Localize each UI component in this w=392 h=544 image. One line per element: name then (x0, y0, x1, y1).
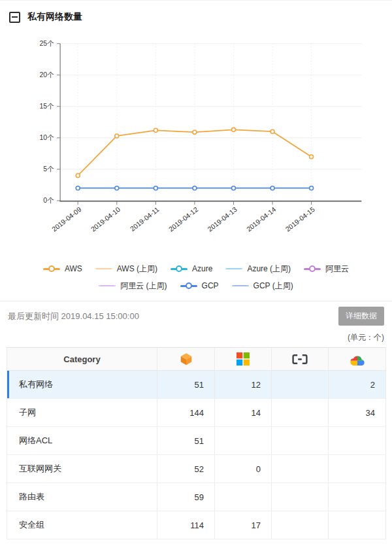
legend-row: AWSAWS (上周)AzureAzure (上周)阿里云 (0, 260, 392, 277)
legend-row: 阿里云 (上周)GCPGCP (上周) (0, 277, 392, 294)
legend-item-0[interactable]: AWS (43, 264, 82, 273)
legend-label: Azure (上周) (247, 264, 291, 275)
row-value (272, 483, 329, 511)
svg-text:2019-04-12: 2019-04-12 (167, 206, 199, 233)
row-category: 互联网网关 (7, 455, 157, 483)
legend-marker-line-icon (180, 281, 197, 290)
google-cloud-icon (329, 348, 385, 369)
row-value (329, 455, 386, 483)
row-category: 安全组 (7, 511, 157, 539)
collapse-button[interactable] (9, 12, 20, 23)
legend-label: GCP (上周) (253, 280, 293, 292)
legend-label: Azure (192, 264, 212, 273)
panel-title: 私有网络数量 (27, 11, 82, 23)
row-value: 51 (157, 371, 215, 399)
table-row[interactable]: 私有网络51122 (7, 371, 386, 399)
svg-text:2019-04-10: 2019-04-10 (90, 206, 122, 233)
row-value: 12 (215, 371, 272, 399)
table-row[interactable]: 路由表59 (7, 483, 386, 511)
detail-data-button[interactable]: 详细数据 (338, 307, 384, 326)
row-value: 2 (329, 371, 386, 399)
legend-label: 阿里云 (上周) (120, 280, 167, 292)
legend-label: 阿里云 (325, 264, 349, 275)
svg-text:25个: 25个 (39, 40, 54, 47)
gcp-column-header (329, 348, 386, 371)
row-value (272, 399, 329, 427)
legend-marker-line-icon (171, 264, 188, 273)
microsoft-icon (216, 348, 270, 369)
svg-text:15个: 15个 (39, 103, 54, 110)
row-value: 17 (215, 511, 272, 539)
row-value: 59 (157, 483, 215, 511)
svg-text:2019-04-13: 2019-04-13 (206, 206, 238, 233)
row-value (272, 455, 329, 483)
row-value: 114 (157, 511, 215, 539)
row-value: 0 (215, 455, 272, 483)
legend-item-7[interactable]: GCP (上周) (232, 280, 293, 292)
table-row[interactable]: 安全组11417 (7, 511, 386, 539)
row-value: 14 (215, 399, 272, 427)
legend-marker-line-icon (304, 264, 321, 273)
table-row[interactable]: 互联网网关520 (7, 455, 386, 483)
legend-marker-dash-icon (95, 264, 112, 273)
svg-text:0个: 0个 (43, 197, 54, 204)
table-row[interactable]: 子网1441434 (7, 399, 386, 427)
row-value: 144 (157, 399, 215, 427)
row-category: 路由表 (7, 483, 157, 511)
update-row: 最后更新时间 2019.04.15 15:00:00 详细数据 (0, 301, 392, 331)
line-chart: 0个5个10个15个20个25个2019-04-092019-04-102019… (0, 33, 392, 259)
row-value: 51 (157, 427, 215, 455)
panel-header: 私有网络数量 (0, 1, 392, 33)
row-value (329, 483, 386, 511)
row-category: 网络ACL (7, 427, 157, 455)
legend-item-2[interactable]: Azure (171, 264, 212, 273)
svg-text:2019-04-15: 2019-04-15 (284, 206, 316, 233)
legend-marker-dash-icon (99, 281, 116, 290)
category-header: Category (7, 348, 157, 371)
chart-legend: AWSAWS (上周)AzureAzure (上周)阿里云阿里云 (上周)GCP… (0, 259, 392, 301)
microsoft-column-header (215, 348, 272, 371)
aws-icon (158, 348, 214, 369)
last-update-text: 最后更新时间 2019.04.15 15:00:00 (8, 311, 139, 322)
svg-text:10个: 10个 (39, 134, 54, 141)
legend-marker-line-icon (43, 264, 60, 273)
row-category: 私有网络 (7, 371, 157, 399)
legend-item-6[interactable]: GCP (180, 281, 219, 290)
row-value (329, 511, 386, 539)
table-header-row: Category (7, 348, 386, 371)
legend-label: GCP (202, 281, 219, 290)
row-category: 子网 (7, 399, 157, 427)
alibaba-column-header (272, 348, 329, 371)
row-value: 52 (157, 455, 215, 483)
svg-text:2019-04-09: 2019-04-09 (51, 206, 83, 233)
svg-text:2019-04-11: 2019-04-11 (129, 206, 160, 233)
legend-marker-dash-icon (225, 264, 242, 273)
alibaba-cloud-icon (272, 348, 327, 369)
svg-text:2019-04-14: 2019-04-14 (245, 206, 277, 233)
legend-label: AWS (65, 264, 82, 273)
row-value (272, 371, 329, 399)
legend-item-1[interactable]: AWS (上周) (95, 264, 157, 275)
svg-text:20个: 20个 (39, 71, 54, 78)
table-row[interactable]: 网络ACL51 (7, 427, 386, 455)
legend-item-3[interactable]: Azure (上周) (225, 264, 291, 275)
provider-table: Category (7, 347, 386, 539)
row-value (272, 511, 329, 539)
row-value (329, 427, 386, 455)
legend-marker-dash-icon (232, 281, 249, 290)
legend-label: AWS (上周) (117, 264, 157, 275)
aws-column-header (157, 348, 215, 371)
legend-item-5[interactable]: 阿里云 (上周) (99, 280, 167, 292)
unit-note: (单元：个) (0, 331, 392, 347)
private-network-panel: 私有网络数量 0个5个10个15个20个25个2019-04-092019-04… (0, 0, 392, 544)
svg-text:5个: 5个 (43, 165, 54, 173)
row-value: 34 (329, 399, 386, 427)
row-value (215, 427, 272, 455)
row-value (272, 427, 329, 455)
minus-icon (12, 16, 18, 18)
row-value (215, 483, 272, 511)
legend-item-4[interactable]: 阿里云 (304, 264, 349, 275)
